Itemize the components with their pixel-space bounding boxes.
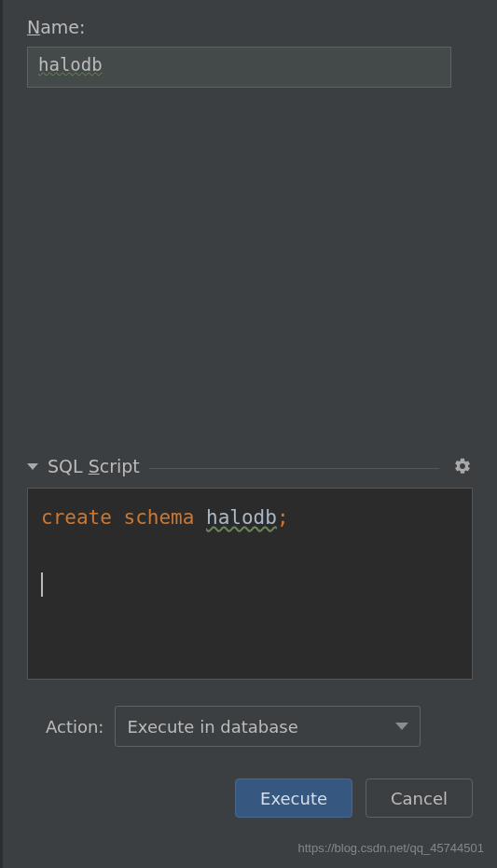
text-cursor [41,572,43,597]
action-dropdown[interactable]: Execute in database [115,706,421,747]
action-label: Action: [46,717,104,737]
sql-semicolon: ; [277,506,289,529]
sql-script-title: SQL Script [48,456,140,476]
sql-script-section-header: SQL Script [27,456,473,476]
sql-editor[interactable]: create schema halodb; [27,488,473,680]
cancel-button[interactable]: Cancel [366,778,473,818]
sql-keyword: create [41,506,112,529]
chevron-down-icon [395,723,408,730]
gear-icon[interactable] [452,456,473,476]
watermark-text: https://blog.csdn.net/qq_45744501 [298,841,485,855]
section-divider [149,468,439,469]
name-input[interactable] [27,47,451,88]
sql-keyword: schema [124,506,195,529]
caret-down-icon[interactable] [27,463,38,470]
name-label: Name: [27,17,480,37]
cancel-button-label: Cancel [391,789,448,808]
action-dropdown-value: Execute in database [127,717,297,737]
execute-button[interactable]: Execute [235,778,352,818]
execute-button-label: Execute [260,789,327,808]
sql-identifier: halodb [206,506,277,529]
